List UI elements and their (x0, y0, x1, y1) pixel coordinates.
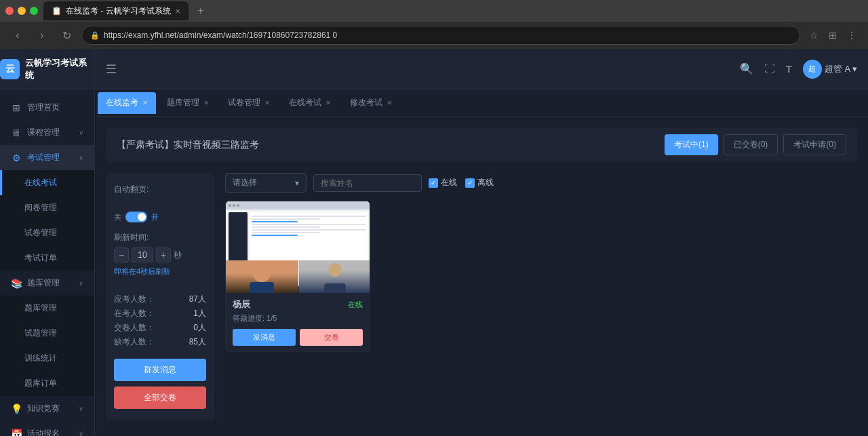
sidebar-item-qb-order[interactable]: 题库订单 (0, 371, 94, 396)
check-icon: ✓ (431, 179, 436, 186)
tab-favicon: 📋 (52, 6, 62, 16)
sidebar-item-paper-review[interactable]: 阅卷管理 (0, 195, 94, 220)
tab-qb-label: 题库管理 (167, 97, 199, 108)
calendar-icon: 📅 (11, 429, 22, 437)
group-submit-button[interactable]: 全部交卷 (114, 387, 206, 409)
sidebar-label-knowledge: 知识竞赛 (27, 403, 73, 414)
group-message-button[interactable]: 群发消息 (114, 359, 206, 381)
btn-applied[interactable]: 考试申请(0) (783, 134, 846, 155)
exam-line2 (252, 218, 320, 220)
force-submit-button[interactable]: 交卷 (300, 329, 363, 346)
sidebar-item-activity[interactable]: 📅 活动报名 ∨ (0, 421, 94, 436)
chevron-right-icon4: ∨ (79, 430, 83, 436)
exam-line1 (252, 216, 366, 217)
logo-icon: 云 (0, 59, 20, 79)
search-box (313, 174, 422, 192)
sidebar-item-dashboard[interactable]: ⊞ 管理首页 (0, 95, 94, 120)
online-label: 在线 (441, 177, 457, 189)
side-camera-feed (299, 260, 371, 293)
maximize-button[interactable] (30, 7, 38, 15)
reload-button[interactable]: ↻ (57, 26, 76, 45)
sidebar-item-exam-order[interactable]: 考试订单 (0, 245, 94, 271)
btn-submitted-label: 已交卷 (734, 140, 758, 149)
extensions-icon[interactable]: ⊞ (825, 27, 841, 43)
toggle-off-label: 关 (114, 212, 121, 222)
tab-online-exam-close[interactable]: ✕ (326, 99, 331, 106)
btn-ongoing[interactable]: 考试中(1) (665, 134, 718, 155)
tab-monitor[interactable]: 在线监考 ✕ (98, 92, 156, 114)
font-size-icon[interactable]: T (786, 63, 792, 75)
search-icon[interactable]: 🔍 (740, 62, 753, 75)
sidebar-item-course[interactable]: 🖥 课程管理 ∨ (0, 120, 94, 145)
tab-paper-close[interactable]: ✕ (264, 99, 270, 106)
menu-icon[interactable]: ⋮ (844, 27, 860, 43)
sidebar-item-paper-manage[interactable]: 试卷管理 (0, 220, 94, 245)
tab-close-icon[interactable]: ✕ (175, 7, 180, 15)
tab-question-bank[interactable]: 题库管理 ✕ (159, 92, 217, 114)
browser-tab-active[interactable]: 📋 在线监考 - 云帆学习考试系统 ✕ (43, 1, 189, 20)
sidebar-item-question-bank[interactable]: 📚 题库管理 ∨ (0, 271, 94, 296)
url-text: https://exam.yfhl.net/admin/exam/watch/1… (104, 31, 337, 40)
btn-ongoing-count: (1) (698, 140, 709, 149)
page-title: 【严肃考试】实时音视频三路监考 (117, 139, 259, 151)
sidebar-item-knowledge[interactable]: 💡 知识竞赛 ∨ (0, 396, 94, 421)
sidebar-item-exam[interactable]: ⚙ 考试管理 ∧ (0, 145, 94, 170)
stat-submitted-value: 0人 (193, 322, 206, 334)
new-tab-button[interactable]: + (191, 1, 210, 20)
sidebar-item-train-stats[interactable]: 训练统计 (0, 346, 94, 371)
tab-modify-exam-close[interactable]: ✕ (387, 99, 392, 106)
sidebar-item-qb-manage[interactable]: 题库管理 (0, 296, 94, 321)
refresh-decrement-button[interactable]: − (114, 247, 129, 262)
send-message-button[interactable]: 发消息 (233, 329, 296, 346)
close-button[interactable] (5, 7, 14, 15)
sidebar-item-question-manage[interactable]: 试题管理 (0, 321, 94, 346)
auto-scroll-toggle[interactable] (125, 212, 147, 222)
stat-submitted: 交卷人数： 0人 (114, 322, 206, 334)
refresh-increment-button[interactable]: + (156, 247, 171, 262)
sidebar-menu: ⊞ 管理首页 🖥 课程管理 ∨ ⚙ 考试管理 ∧ 在线考试 阅卷管理 (0, 90, 94, 436)
online-cb-icon: ✓ (429, 178, 438, 188)
side-face-circle (328, 263, 342, 277)
stat-absent-label: 缺考人数： (114, 336, 155, 348)
exam-line8 (252, 235, 298, 236)
face-circle (252, 263, 271, 282)
auto-scroll-section: 自动翻页: (114, 184, 206, 201)
sidebar-label-qb-manage: 题库管理 (24, 302, 83, 314)
chevron-right-icon2: ∨ (79, 279, 83, 287)
tab-modify-exam[interactable]: 修改考试 ✕ (342, 92, 400, 114)
btn-submitted[interactable]: 已交卷(0) (724, 134, 778, 155)
bookmark-icon[interactable]: ☆ (806, 27, 822, 43)
forward-button[interactable]: › (33, 26, 52, 45)
refresh-hint[interactable]: 即将在4秒后刷新 (114, 266, 206, 277)
tab-monitor-close[interactable]: ✕ (142, 99, 148, 106)
address-bar[interactable]: 🔒 https://exam.yfhl.net/admin/exam/watch… (81, 26, 800, 45)
mock-dot1 (229, 204, 231, 207)
main-area: ☰ 🔍 ⛶ T 超 超管 A ▾ 在线监考 ✕ 题库管理 ✕ (95, 49, 868, 436)
online-checkbox[interactable]: ✓ 在线 (429, 177, 457, 189)
left-panel: 自动翻页: 关 开 刷新时间: − 10 (106, 173, 214, 420)
tab-paper[interactable]: 试卷管理 ✕ (220, 92, 278, 114)
tab-qb-close[interactable]: ✕ (203, 99, 209, 106)
tab-modify-exam-label: 修改考试 (350, 97, 382, 108)
offline-checkbox[interactable]: ✓ 离线 (465, 177, 494, 189)
tab-online-exam-label: 在线考试 (289, 97, 321, 108)
tab-online-exam[interactable]: 在线考试 ✕ (281, 92, 339, 114)
chevron-down-icon: ∧ (79, 154, 83, 161)
minimize-button[interactable] (18, 7, 26, 15)
back-button[interactable]: ‹ (8, 26, 27, 45)
fullscreen-icon[interactable]: ⛶ (764, 63, 775, 75)
right-area: 请选择 ▾ ✓ 在线 ✓ (225, 173, 857, 420)
select-dropdown[interactable]: 请选择 ▾ (225, 173, 307, 193)
refresh-section: 刷新时间: (114, 232, 206, 243)
search-input[interactable] (321, 178, 414, 188)
sidebar-item-online-exam[interactable]: 在线考试 (0, 170, 94, 195)
user-menu[interactable]: 超 超管 A ▾ (803, 60, 857, 79)
chevron-right-icon: ∨ (79, 129, 83, 136)
btn-applied-label: 考试申请 (793, 140, 826, 149)
page-header: 【严肃考试】实时音视频三路监考 考试中(1) 已交卷(0) 考试申请(0) (106, 127, 857, 162)
refresh-ctrl: − 10 + 秒 (114, 247, 206, 262)
student-card: 杨辰 在线 答题进度: 1/5 发消息 交卷 (225, 201, 370, 352)
refresh-unit: 秒 (174, 250, 182, 261)
sidebar-label-dashboard: 管理首页 (27, 102, 83, 113)
hamburger-button[interactable]: ☰ (106, 62, 117, 77)
